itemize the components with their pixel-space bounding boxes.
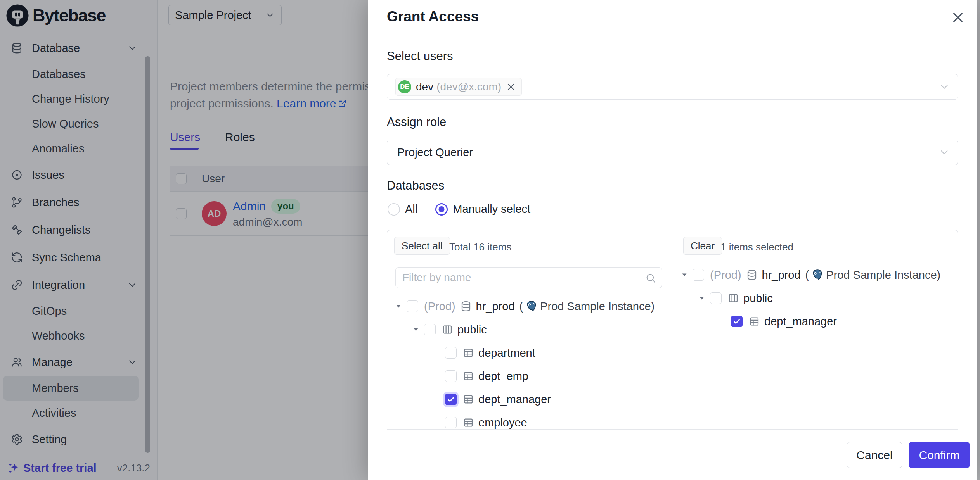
modal-footer: Cancel Confirm [368, 430, 977, 480]
tree-row-label: hr_prod [476, 300, 515, 313]
caret-down-icon[interactable] [680, 271, 689, 279]
tree-row-label: public [743, 292, 773, 305]
filter-box [395, 267, 662, 288]
table-icon [462, 370, 474, 382]
chevron-down-icon [938, 81, 950, 93]
checkbox-unchecked[interactable] [424, 324, 436, 335]
selected-user-chip[interactable]: DE dev (dev@x.com) [395, 78, 522, 96]
assign-role-value: Project Querier [397, 146, 473, 159]
grant-access-modal: Grant Access Select users DE dev (dev@x.… [368, 0, 977, 480]
tree-row-dept_manager[interactable]: dept_manager [673, 310, 958, 333]
close-icon[interactable] [951, 10, 965, 25]
target-summary: 1 items selected [720, 241, 793, 253]
postgres-icon [811, 269, 824, 281]
tree-row-label: department [478, 347, 535, 359]
radio-manually-select[interactable] [435, 203, 448, 216]
radio-all-label[interactable]: All [405, 203, 417, 216]
table-icon [748, 316, 760, 327]
cancel-button[interactable]: Cancel [847, 442, 902, 468]
instance-paren: ( [805, 269, 809, 281]
database-icon [460, 300, 472, 312]
checkbox-unchecked[interactable] [445, 417, 457, 428]
transfer-source-pane: Select all Total 16 items (Prod)hr_prod(… [387, 230, 673, 429]
checkbox-unchecked[interactable] [693, 269, 704, 281]
tree-row-label: dept_emp [478, 370, 528, 383]
checkbox-checked[interactable] [445, 394, 457, 405]
tree-row-hr_prod[interactable]: (Prod)hr_prod(Prod Sample Instance) [387, 295, 673, 318]
chevron-down-icon [938, 147, 950, 158]
database-icon [746, 269, 758, 281]
tree-row-public[interactable]: public [387, 318, 673, 341]
tree-row-dept_emp[interactable]: dept_emp [387, 364, 673, 388]
avatar: DE [398, 80, 411, 93]
tree-row-dept_manager[interactable]: dept_manager [387, 388, 673, 411]
schema-icon [727, 292, 739, 304]
assign-role-label: Assign role [387, 114, 446, 130]
databases-label: Databases [387, 178, 444, 193]
tree-row-employee[interactable]: employee [387, 411, 673, 430]
tree-row-label: dept_manager [764, 315, 837, 328]
confirm-button[interactable]: Confirm [909, 442, 970, 468]
assign-role-select[interactable]: Project Querier [387, 140, 958, 165]
tree-row-label: dept_manager [478, 393, 551, 406]
caret-down-icon[interactable] [698, 294, 706, 302]
instance-paren: ( [519, 300, 523, 313]
caret-down-icon[interactable] [394, 302, 403, 311]
target-tree: (Prod)hr_prod(Prod Sample Instance)publi… [673, 263, 958, 333]
tree-row-label: public [457, 323, 487, 336]
source-tree: (Prod)hr_prod(Prod Sample Instance)publi… [387, 295, 673, 430]
chip-user-email: (dev@x.com) [436, 81, 501, 93]
chip-remove-icon[interactable] [506, 82, 516, 92]
schema-icon [442, 324, 453, 335]
modal-header: Grant Access [368, 0, 977, 37]
search-icon [645, 273, 656, 283]
environment-label: (Prod) [424, 300, 455, 313]
instance-label: Prod Sample Instance) [540, 300, 654, 313]
table-icon [462, 347, 474, 359]
postgres-icon [525, 300, 538, 313]
select-all-button[interactable]: Select all [394, 237, 450, 255]
database-transfer-list: Select all Total 16 items (Prod)hr_prod(… [387, 230, 958, 430]
tree-row-label: hr_prod [762, 269, 801, 281]
checkbox-checked[interactable] [731, 316, 743, 327]
select-users-label: Select users [387, 48, 453, 64]
environment-label: (Prod) [710, 269, 741, 281]
modal-body: Select users DE dev (dev@x.com) Assign r… [368, 38, 977, 430]
radio-all[interactable] [388, 203, 400, 216]
table-icon [462, 417, 474, 428]
screen: Bytebase DatabaseDatabasesChange History… [0, 0, 980, 480]
radio-manually-select-label[interactable]: Manually select [453, 203, 530, 216]
table-icon [462, 394, 474, 405]
checkbox-unchecked[interactable] [710, 292, 722, 304]
chip-user-name: dev [416, 81, 433, 93]
checkbox-unchecked[interactable] [445, 347, 457, 359]
select-users-input[interactable]: DE dev (dev@x.com) [387, 74, 958, 100]
tree-row-hr_prod[interactable]: (Prod)hr_prod(Prod Sample Instance) [673, 263, 958, 287]
tree-row-label: employee [478, 416, 527, 429]
checkbox-unchecked[interactable] [445, 370, 457, 382]
database-scope-radios: All Manually select [388, 203, 548, 216]
instance-label: Prod Sample Instance) [826, 269, 940, 281]
transfer-target-pane: Clear 1 items selected (Prod)hr_prod(Pro… [673, 230, 958, 429]
modal-title: Grant Access [387, 9, 479, 25]
checkbox-unchecked[interactable] [407, 300, 418, 312]
clear-button[interactable]: Clear [683, 237, 722, 255]
tree-row-department[interactable]: department [387, 341, 673, 364]
caret-down-icon[interactable] [412, 325, 420, 334]
tree-row-public[interactable]: public [673, 287, 958, 310]
filter-input[interactable] [396, 268, 662, 288]
source-summary: Total 16 items [449, 241, 511, 253]
